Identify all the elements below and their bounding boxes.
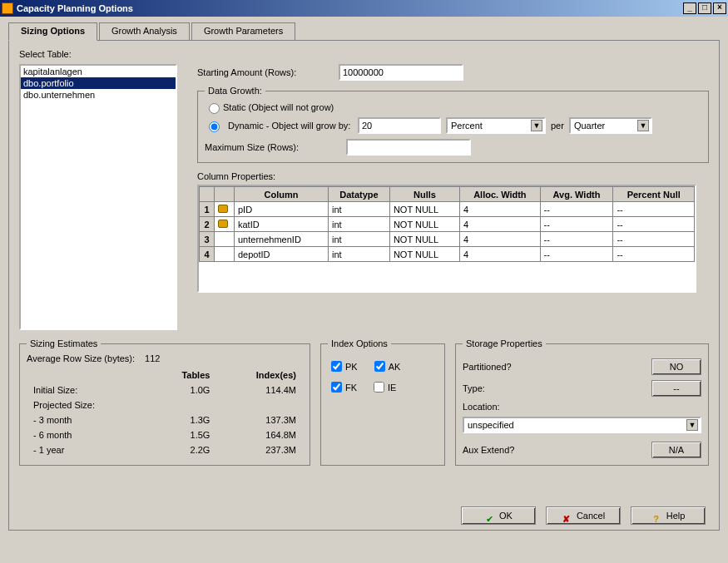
table-row[interactable]: 1pIDintNOT NULL4---- [200, 202, 695, 217]
pk-checkbox[interactable] [331, 361, 342, 372]
fk-label: FK [345, 383, 357, 393]
index-options-group: Index Options PK AK FK IE [320, 338, 445, 466]
help-icon: ? [651, 511, 661, 521]
growth-static-radio[interactable] [209, 103, 220, 114]
ok-button[interactable]: ✔ OK [461, 506, 536, 525]
column-properties-grid[interactable]: ColumnDatatypeNullsAlloc. WidthAvg. Widt… [197, 185, 696, 293]
list-item[interactable]: dbo.portfolio [21, 77, 176, 89]
starting-amount-label: Starting Amount (Rows): [197, 67, 339, 77]
help-label: Help [666, 507, 686, 524]
chevron-down-icon: ▼ [637, 120, 649, 131]
type-label: Type: [463, 383, 485, 393]
tab-sizing-options[interactable]: Sizing Options [8, 22, 97, 41]
key-icon [218, 220, 228, 228]
table-row[interactable]: 3unternehmenIDintNOT NULL4---- [200, 232, 695, 247]
ak-label: AK [389, 362, 401, 372]
table-row: - 1 year2.2G237.3M [28, 443, 301, 457]
tab-growth-analysis[interactable]: Growth Analysis [99, 22, 190, 41]
growth-unit-combo[interactable]: Percent ▼ [446, 117, 546, 134]
growth-static-label: Static (Object will not grow) [223, 102, 334, 112]
partitioned-label: Partitioned? [463, 362, 512, 372]
location-label: Location: [463, 402, 500, 412]
type-button[interactable]: -- [651, 380, 701, 397]
chevron-down-icon: ▼ [686, 419, 698, 431]
data-growth-legend: Data Growth: [205, 86, 265, 96]
table-row[interactable]: 4depotIDintNOT NULL4---- [200, 247, 695, 262]
sizing-estimates-legend: Sizing Estimates [27, 338, 101, 348]
table-row: Initial Size:1.0G114.4M [28, 383, 301, 397]
app-icon [2, 2, 13, 14]
close-button[interactable]: × [713, 2, 726, 14]
storage-properties-group: Storage Properties Partitioned? NO Type:… [455, 338, 709, 466]
growth-period-combo[interactable]: Quarter ▼ [569, 117, 652, 134]
close-icon: ✘ [562, 511, 572, 521]
help-button[interactable]: ? Help [631, 506, 706, 525]
growth-amount-input[interactable] [358, 117, 441, 134]
per-label: per [551, 121, 564, 131]
starting-amount-input[interactable] [339, 64, 463, 81]
table-row: - 3 month1.3G137.3M [28, 413, 301, 427]
ok-label: OK [499, 507, 513, 524]
minimize-button[interactable]: _ [683, 2, 696, 14]
avg-row-size-label: Average Row Size (bytes): [27, 353, 135, 363]
table-row: - 6 month1.5G164.8M [28, 428, 301, 442]
tab-strip: Sizing Options Growth Analysis Growth Pa… [8, 22, 720, 40]
list-item[interactable]: dbo.unternehmen [21, 89, 176, 101]
aux-extend-label: Aux Extend? [463, 445, 514, 455]
storage-properties-legend: Storage Properties [463, 338, 546, 348]
column-properties-label: Column Properties: [197, 171, 709, 181]
growth-period-value: Quarter [574, 121, 605, 131]
tab-growth-parameters[interactable]: Growth Parameters [191, 22, 295, 41]
maximize-button[interactable]: □ [698, 2, 711, 14]
aux-extend-button[interactable]: N/A [651, 442, 701, 458]
cancel-label: Cancel [577, 507, 605, 524]
tab-page-sizing: Select Table: kapitalanlagendbo.portfoli… [8, 40, 720, 531]
key-icon [218, 205, 228, 213]
partitioned-button[interactable]: NO [651, 358, 701, 375]
growth-unit-value: Percent [451, 121, 483, 131]
table-row[interactable]: 2katIDintNOT NULL4---- [200, 217, 695, 232]
ie-checkbox[interactable] [374, 382, 384, 393]
growth-dynamic-radio[interactable] [209, 121, 220, 132]
table-listbox[interactable]: kapitalanlagendbo.portfoliodbo.unternehm… [19, 64, 177, 330]
pk-label: PK [345, 362, 358, 372]
max-size-input[interactable] [346, 139, 471, 156]
check-icon: ✔ [484, 511, 494, 521]
table-row: Projected Size: [28, 398, 301, 412]
avg-row-size-value: 112 [145, 353, 160, 363]
index-options-legend: Index Options [328, 338, 391, 348]
ak-checkbox[interactable] [374, 361, 385, 372]
ie-label: IE [388, 383, 396, 393]
chevron-down-icon: ▼ [531, 120, 542, 131]
select-table-label: Select Table: [19, 49, 181, 59]
sizing-estimates-group: Sizing Estimates Average Row Size (bytes… [19, 338, 310, 466]
fk-checkbox[interactable] [331, 382, 342, 393]
title-bar: Capacity Planning Options _ □ × [0, 0, 728, 17]
list-item[interactable]: kapitalanlagen [21, 66, 176, 77]
max-size-label: Maximum Size (Rows): [205, 142, 346, 152]
location-value: unspecified [468, 420, 514, 430]
growth-dynamic-label: Dynamic - Object will grow by: [228, 121, 353, 131]
location-combo[interactable]: unspecified ▼ [463, 417, 701, 433]
cancel-button[interactable]: ✘ Cancel [546, 506, 621, 525]
window-title: Capacity Planning Options [17, 3, 133, 13]
